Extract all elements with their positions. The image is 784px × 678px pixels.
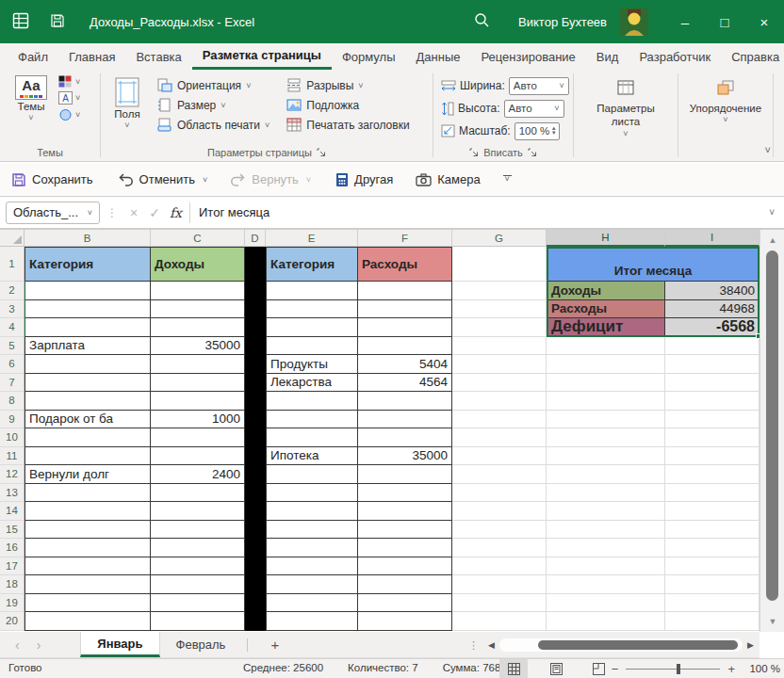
cell-H4[interactable]: Дефицит — [547, 318, 665, 337]
qat-camera-button[interactable]: Камера — [416, 172, 480, 186]
cell-E1[interactable]: Категория — [266, 247, 358, 282]
cell-C20[interactable] — [151, 612, 245, 631]
cell-F17[interactable] — [358, 557, 452, 576]
cell-C6[interactable] — [151, 355, 245, 374]
cell-C13[interactable] — [151, 484, 245, 503]
cell-C1[interactable]: Доходы — [151, 247, 245, 282]
row-header-3[interactable]: 3 — [0, 300, 24, 319]
cell-H7[interactable] — [547, 374, 665, 393]
cell-C3[interactable] — [151, 300, 245, 319]
cell-B1[interactable]: Категория — [24, 247, 151, 282]
cell-B17[interactable] — [24, 557, 151, 576]
row-header-2[interactable]: 2 — [0, 282, 24, 300]
cell-I14[interactable] — [665, 502, 760, 521]
row-header-13[interactable]: 13 — [0, 484, 24, 503]
cell-B16[interactable] — [24, 539, 151, 557]
cell-B12[interactable]: Вернули долг — [24, 465, 151, 484]
cell-D13[interactable] — [245, 484, 266, 503]
row-header-7[interactable]: 7 — [0, 374, 24, 393]
cell-E10[interactable] — [266, 428, 358, 447]
cell-G3[interactable] — [452, 300, 547, 319]
cell-F5[interactable] — [358, 337, 452, 356]
cell-C2[interactable] — [151, 282, 245, 300]
cell-H12[interactable] — [547, 465, 665, 484]
user-avatar[interactable] — [620, 8, 648, 36]
cell-F9[interactable] — [358, 411, 452, 429]
cell-G1[interactable] — [452, 247, 547, 282]
horizontal-scrollbar-track[interactable] — [499, 638, 743, 652]
cell-E6[interactable]: Продукты — [266, 355, 358, 374]
page-break-view-button[interactable] — [584, 659, 612, 678]
cell-H18[interactable] — [547, 575, 665, 594]
cell-F4[interactable] — [358, 318, 452, 337]
cell-G11[interactable] — [452, 447, 547, 466]
qat-overflow-icon[interactable]: ˅ — [503, 175, 512, 184]
cell-H3[interactable]: Расходы — [547, 300, 665, 319]
cell-I3[interactable]: 44968 — [665, 300, 760, 319]
save-icon[interactable] — [50, 13, 65, 31]
cell-G2[interactable] — [452, 282, 547, 300]
cell-C11[interactable] — [151, 447, 245, 466]
cell-E17[interactable] — [266, 557, 358, 576]
row-header-15[interactable]: 15 — [0, 521, 24, 540]
cell-I7[interactable] — [665, 374, 760, 393]
scroll-up-icon[interactable]: ▲ — [760, 232, 784, 249]
dialog-launcher-icon[interactable] — [528, 148, 537, 157]
cell-C18[interactable] — [151, 575, 245, 594]
cell-H20[interactable] — [547, 612, 665, 631]
cell-C15[interactable] — [151, 521, 245, 540]
cell-F1[interactable]: Расходы — [358, 247, 452, 282]
cell-B5[interactable]: Зарплата — [24, 337, 151, 356]
column-header-F[interactable]: F — [358, 230, 452, 247]
cell-G18[interactable] — [452, 575, 547, 594]
cell-H14[interactable] — [547, 502, 665, 521]
vertical-scrollbar[interactable]: ▲ ▼ — [760, 230, 784, 632]
row-header-20[interactable]: 20 — [0, 612, 24, 631]
row-header-5[interactable]: 5 — [0, 337, 24, 356]
cell-H19[interactable] — [547, 594, 665, 613]
dialog-launcher-icon[interactable] — [317, 148, 326, 157]
cell-E11[interactable]: Ипотека — [266, 447, 358, 466]
cell-E13[interactable] — [266, 484, 358, 503]
cell-F7[interactable]: 4564 — [358, 374, 452, 393]
ribbon-tab-7[interactable]: Вид — [586, 43, 629, 70]
orientation-button[interactable]: Ориентация˅ — [154, 75, 273, 95]
cell-I10[interactable] — [665, 428, 760, 447]
row-header-9[interactable]: 9 — [0, 411, 24, 429]
qat-redo-button[interactable]: Вернуть˅ — [230, 172, 311, 186]
cell-C19[interactable] — [151, 594, 245, 613]
cell-F18[interactable] — [358, 575, 452, 594]
column-header-I[interactable]: I — [665, 230, 760, 247]
cell-E9[interactable] — [266, 411, 358, 429]
cell-E12[interactable] — [266, 465, 358, 484]
cell-H11[interactable] — [547, 447, 665, 466]
row-header-8[interactable]: 8 — [0, 392, 24, 411]
cell-D6[interactable] — [245, 355, 266, 374]
cell-D19[interactable] — [245, 594, 266, 613]
cell-B8[interactable] — [24, 392, 151, 411]
row-header-12[interactable]: 12 — [0, 465, 24, 484]
cell-F12[interactable] — [358, 465, 452, 484]
qat-undo-button[interactable]: Отменить˅ — [118, 172, 208, 186]
print-titles-button[interactable]: Печатать заголовки — [283, 115, 413, 135]
sheet-tab-1[interactable]: Февраль — [160, 632, 242, 657]
cell-G14[interactable] — [452, 502, 547, 521]
cell-I6[interactable] — [665, 355, 760, 374]
cell-C12[interactable]: 2400 — [151, 465, 245, 484]
qat-save-button[interactable]: Сохранить — [11, 172, 93, 187]
cell-D15[interactable] — [245, 521, 266, 540]
breaks-button[interactable]: Разрывы˅ — [283, 75, 413, 95]
row-header-14[interactable]: 14 — [0, 502, 24, 521]
column-header-C[interactable]: C — [151, 230, 245, 247]
zoom-in-button[interactable]: + — [727, 662, 735, 676]
cell-I16[interactable] — [665, 539, 760, 557]
cell-B7[interactable] — [24, 374, 151, 393]
cell-D18[interactable] — [245, 575, 266, 594]
cell-G9[interactable] — [452, 411, 547, 429]
sheet-nav-right-icon[interactable]: › — [37, 638, 41, 653]
row-header-11[interactable]: 11 — [0, 447, 24, 466]
height-dropdown[interactable]: Авто˅ — [504, 100, 564, 118]
page-layout-view-button[interactable] — [542, 659, 570, 678]
cell-H9[interactable] — [547, 411, 665, 429]
cell-H16[interactable] — [547, 539, 665, 557]
